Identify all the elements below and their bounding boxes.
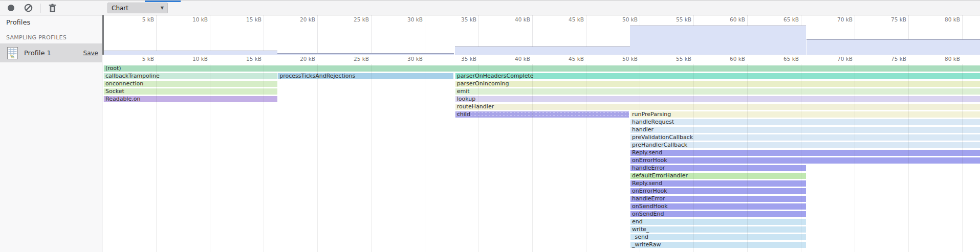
- flame-graph[interactable]: (root)callbackTrampolineprocessTicksAndR…: [102, 64, 980, 252]
- overview-tick-label: 25 kB: [340, 16, 369, 22]
- overview-tick-label: 70 kB: [824, 16, 853, 22]
- flame-segment[interactable]: routeHandler: [455, 104, 980, 110]
- flame-segment[interactable]: _writeRaw: [630, 242, 806, 248]
- svg-text:%: %: [10, 54, 14, 59]
- gridline: [962, 64, 963, 252]
- gridline: [156, 64, 157, 252]
- detail-tick-label: 20 kB: [287, 56, 315, 62]
- overview-silhouette-segment: [630, 26, 806, 55]
- overview-tick-label: 35 kB: [448, 16, 476, 22]
- toolbar-separator: [40, 4, 40, 13]
- detail-tick-label: 40 kB: [502, 56, 530, 62]
- overview-silhouette-segment: [455, 47, 630, 55]
- overview-silhouette-segment: [103, 51, 277, 55]
- gridline: [532, 64, 533, 252]
- overview-left-grippy[interactable]: [102, 15, 104, 55]
- gridline: [264, 64, 264, 252]
- overview-tick-label: 5 kB: [125, 16, 154, 22]
- overview-tick-label: 55 kB: [663, 16, 691, 22]
- detail-tick-label: 70 kB: [824, 56, 853, 62]
- gridline: [425, 64, 425, 252]
- flame-segment[interactable]: Socket: [103, 88, 277, 95]
- gridline: [801, 64, 801, 252]
- flame-segment[interactable]: Readable.on: [103, 96, 277, 102]
- overview-tick-label: 65 kB: [770, 16, 799, 22]
- flame-chart-area: (root)callbackTrampolineprocessTicksAndR…: [102, 15, 980, 252]
- flame-segment[interactable]: processTicksAndRejections: [277, 73, 453, 79]
- flame-segment[interactable]: Reply.send: [630, 180, 806, 187]
- flame-segment[interactable]: write_: [630, 226, 806, 233]
- gridline: [156, 15, 157, 55]
- flame-segment[interactable]: onErrorHook: [630, 157, 980, 164]
- flame-segment[interactable]: handleError: [630, 165, 806, 171]
- flame-segment[interactable]: child: [455, 111, 629, 118]
- gridline: [210, 64, 210, 252]
- flame-segment[interactable]: parserOnIncoming: [455, 81, 980, 87]
- profiler-screen: Chart ▼ Profiles SAMPLING PROFILES % Pro…: [0, 0, 980, 252]
- overview-tick-label: 50 kB: [609, 16, 638, 22]
- gridline: [210, 15, 210, 55]
- flame-segment[interactable]: onSendHook: [630, 203, 806, 210]
- overview-tick-label: 75 kB: [878, 16, 906, 22]
- clear-icon: [24, 4, 33, 12]
- flame-segment[interactable]: (root): [103, 65, 980, 72]
- overview-tick-label: 20 kB: [287, 16, 315, 22]
- detail-tick-label: 30 kB: [394, 56, 423, 62]
- sampling-profiles-label: SAMPLING PROFILES: [6, 34, 67, 41]
- overview-tick-label: 40 kB: [502, 16, 530, 22]
- chevron-down-icon: ▼: [161, 6, 164, 10]
- flame-segment[interactable]: handler: [630, 127, 980, 133]
- sidebar-title: Profiles: [6, 18, 30, 26]
- view-mode-value: Chart: [112, 5, 128, 12]
- detail-tick-label: 35 kB: [448, 56, 476, 62]
- flame-segment[interactable]: handleError: [630, 196, 806, 202]
- flame-segment[interactable]: onErrorHook: [630, 188, 806, 194]
- flame-segment[interactable]: parserOnHeadersComplete: [455, 73, 980, 79]
- flame-segment[interactable]: end: [630, 219, 806, 225]
- save-link[interactable]: Save: [83, 50, 98, 57]
- detail-tick-label: 60 kB: [716, 56, 745, 62]
- flame-segment[interactable]: _send: [630, 234, 806, 240]
- detail-tick-label: 45 kB: [555, 56, 584, 62]
- gridline: [371, 15, 372, 55]
- flame-segment[interactable]: callbackTrampoline: [103, 73, 277, 79]
- overview-tick-label: 45 kB: [555, 16, 584, 22]
- detail-tick-label: 80 kB: [931, 56, 960, 62]
- record-icon: [7, 4, 15, 12]
- flame-segment[interactable]: defaultErrorHandler: [630, 173, 806, 179]
- flame-segment[interactable]: emit: [455, 88, 980, 95]
- overview-tick-label: 10 kB: [179, 16, 208, 22]
- detail-tick-label: 5 kB: [125, 56, 154, 62]
- record-button[interactable]: [5, 3, 16, 14]
- profile-list-icon: %: [7, 47, 18, 59]
- detail-tick-label: 15 kB: [233, 56, 262, 62]
- overview-tick-label: 60 kB: [716, 16, 745, 22]
- overview-tick-label: 80 kB: [931, 16, 960, 22]
- sidebar-item-profile-1[interactable]: % Profile 1 Save: [0, 43, 102, 62]
- gridline: [640, 64, 640, 252]
- flame-segment[interactable]: lookup: [455, 96, 980, 102]
- flame-segment[interactable]: Reply.send: [630, 150, 980, 156]
- flame-segment[interactable]: onSendEnd: [630, 211, 806, 217]
- delete-button[interactable]: [47, 3, 58, 14]
- view-mode-select[interactable]: Chart ▼: [107, 3, 168, 13]
- gridline: [908, 64, 909, 252]
- gridline: [747, 64, 748, 252]
- flame-segment[interactable]: runPreParsing: [630, 111, 980, 118]
- detail-tick-label: 50 kB: [609, 56, 638, 62]
- gridline: [317, 15, 318, 55]
- gridline: [317, 64, 318, 252]
- clear-button[interactable]: [23, 3, 34, 14]
- flame-segment[interactable]: preHandlerCallback: [630, 142, 980, 148]
- flame-segment[interactable]: preValidationCallback: [630, 134, 980, 141]
- sidebar: Profiles SAMPLING PROFILES % Profile 1 S…: [0, 15, 102, 252]
- flame-segment[interactable]: handleRequest: [630, 119, 980, 125]
- gridline: [855, 64, 855, 252]
- flame-segment[interactable]: onconnection: [103, 81, 277, 87]
- gridline: [264, 15, 264, 55]
- trash-icon: [49, 4, 56, 12]
- overview-tick-label: 15 kB: [233, 16, 262, 22]
- detail-tick-label: 55 kB: [663, 56, 691, 62]
- detail-tick-label: 10 kB: [179, 56, 208, 62]
- detail-tick-label: 25 kB: [340, 56, 369, 62]
